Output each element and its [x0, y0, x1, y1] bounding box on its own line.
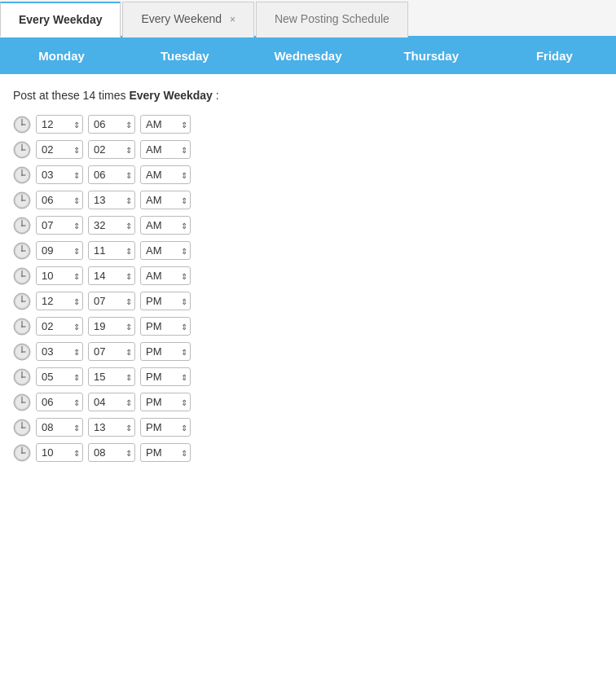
ampm-wrapper: AMPM	[140, 266, 191, 285]
minute-wrapper: 0001020304050607080910111213141516171819…	[88, 418, 135, 437]
ampm-select[interactable]: AMPM	[140, 216, 191, 235]
minute-select[interactable]: 0001020304050607080910111213141516171819…	[88, 165, 135, 184]
minute-select[interactable]: 0001020304050607080910111213141516171819…	[88, 266, 135, 285]
svg-point-9	[21, 148, 23, 150]
minute-select[interactable]: 0001020304050607080910111213141516171819…	[88, 342, 135, 361]
minute-wrapper: 0001020304050607080910111213141516171819…	[88, 367, 135, 386]
ampm-select[interactable]: AMPM	[140, 140, 191, 159]
clock-icon	[13, 444, 31, 462]
time-row: 0102030405060708091011120001020304050607…	[13, 367, 603, 386]
content-area: Post at these 14 times Every Weekday : 0…	[0, 74, 616, 478]
svg-point-54	[21, 376, 23, 377]
minute-wrapper: 0001020304050607080910111213141516171819…	[88, 393, 135, 411]
clock-icon	[13, 292, 31, 310]
clock-icon	[13, 217, 31, 235]
ampm-select[interactable]: AMPM	[140, 292, 191, 310]
minute-select[interactable]: 0001020304050607080910111213141516171819…	[88, 216, 135, 235]
time-row: 0102030405060708091011120001020304050607…	[13, 115, 603, 134]
tabs-container: Every Weekday Every Weekend × New Postin…	[0, 0, 616, 37]
svg-point-29	[21, 249, 23, 251]
minute-select[interactable]: 0001020304050607080910111213141516171819…	[88, 393, 135, 411]
ampm-select[interactable]: AMPM	[140, 418, 191, 437]
svg-point-19	[21, 199, 23, 200]
time-row: 0102030405060708091011120001020304050607…	[13, 292, 603, 310]
hour-select[interactable]: 010203040506070809101112	[36, 241, 83, 260]
ampm-wrapper: AMPM	[140, 216, 191, 235]
svg-point-64	[21, 426, 23, 428]
hour-select[interactable]: 010203040506070809101112	[36, 140, 83, 159]
ampm-select[interactable]: AMPM	[140, 342, 191, 361]
hour-wrapper: 010203040506070809101112	[36, 317, 83, 336]
ampm-wrapper: AMPM	[140, 393, 191, 411]
hour-select[interactable]: 010203040506070809101112	[36, 191, 83, 209]
day-wednesday[interactable]: Wednesday	[246, 37, 369, 74]
hour-wrapper: 010203040506070809101112	[36, 191, 83, 209]
minute-wrapper: 0001020304050607080910111213141516171819…	[88, 317, 135, 336]
clock-icon	[13, 116, 31, 134]
hour-select[interactable]: 010203040506070809101112	[36, 165, 83, 184]
minute-select[interactable]: 0001020304050607080910111213141516171819…	[88, 241, 135, 260]
time-row: 0102030405060708091011120001020304050607…	[13, 393, 603, 411]
hour-select[interactable]: 010203040506070809101112	[36, 266, 83, 285]
ampm-select[interactable]: AMPM	[140, 191, 191, 209]
hour-select[interactable]: 010203040506070809101112	[36, 367, 83, 386]
hour-wrapper: 010203040506070809101112	[36, 418, 83, 437]
hour-select[interactable]: 010203040506070809101112	[36, 317, 83, 336]
clock-icon	[13, 419, 31, 437]
tab-every-weekend[interactable]: Every Weekend ×	[122, 2, 253, 37]
minute-wrapper: 0001020304050607080910111213141516171819…	[88, 342, 135, 361]
tab-new-posting-schedule[interactable]: New Posting Schedule	[256, 2, 408, 37]
minute-select[interactable]: 0001020304050607080910111213141516171819…	[88, 191, 135, 209]
minute-select[interactable]: 0001020304050607080910111213141516171819…	[88, 317, 135, 336]
ampm-select[interactable]: AMPM	[140, 393, 191, 411]
hour-select[interactable]: 010203040506070809101112	[36, 115, 83, 134]
close-icon[interactable]: ×	[230, 14, 235, 25]
svg-point-69	[21, 451, 23, 453]
clock-icon	[13, 166, 31, 184]
hour-select[interactable]: 010203040506070809101112	[36, 418, 83, 437]
minute-select[interactable]: 0001020304050607080910111213141516171819…	[88, 115, 135, 134]
minute-select[interactable]: 0001020304050607080910111213141516171819…	[88, 418, 135, 437]
ampm-wrapper: AMPM	[140, 342, 191, 361]
ampm-wrapper: AMPM	[140, 292, 191, 310]
minute-select[interactable]: 0001020304050607080910111213141516171819…	[88, 443, 135, 462]
ampm-select[interactable]: AMPM	[140, 165, 191, 184]
minute-select[interactable]: 0001020304050607080910111213141516171819…	[88, 292, 135, 310]
time-row: 0102030405060708091011120001020304050607…	[13, 266, 603, 285]
day-friday[interactable]: Friday	[493, 37, 616, 74]
ampm-select[interactable]: AMPM	[140, 266, 191, 285]
ampm-select[interactable]: AMPM	[140, 317, 191, 336]
day-tuesday[interactable]: Tuesday	[123, 37, 246, 74]
svg-point-14	[21, 174, 23, 175]
day-monday[interactable]: Monday	[0, 37, 123, 74]
time-row: 0102030405060708091011120001020304050607…	[13, 216, 603, 235]
ampm-wrapper: AMPM	[140, 443, 191, 462]
clock-icon	[13, 343, 31, 361]
time-row: 0102030405060708091011120001020304050607…	[13, 191, 603, 209]
ampm-select[interactable]: AMPM	[140, 367, 191, 386]
day-thursday[interactable]: Thursday	[370, 37, 493, 74]
clock-icon	[13, 242, 31, 260]
hour-select[interactable]: 010203040506070809101112	[36, 216, 83, 235]
svg-point-4	[21, 123, 23, 125]
hour-select[interactable]: 010203040506070809101112	[36, 342, 83, 361]
hour-select[interactable]: 010203040506070809101112	[36, 292, 83, 310]
svg-point-49	[21, 350, 23, 352]
hour-wrapper: 010203040506070809101112	[36, 165, 83, 184]
ampm-select[interactable]: AMPM	[140, 443, 191, 462]
ampm-select[interactable]: AMPM	[140, 115, 191, 134]
svg-point-44	[21, 325, 23, 327]
ampm-select[interactable]: AMPM	[140, 241, 191, 260]
minute-wrapper: 0001020304050607080910111213141516171819…	[88, 140, 135, 159]
minute-wrapper: 0001020304050607080910111213141516171819…	[88, 266, 135, 285]
ampm-wrapper: AMPM	[140, 367, 191, 386]
hour-select[interactable]: 010203040506070809101112	[36, 443, 83, 462]
clock-icon	[13, 318, 31, 336]
tab-every-weekday[interactable]: Every Weekday	[0, 2, 121, 37]
hour-select[interactable]: 010203040506070809101112	[36, 393, 83, 411]
minute-select[interactable]: 0001020304050607080910111213141516171819…	[88, 140, 135, 159]
time-row: 0102030405060708091011120001020304050607…	[13, 342, 603, 361]
minute-wrapper: 0001020304050607080910111213141516171819…	[88, 191, 135, 209]
minute-select[interactable]: 0001020304050607080910111213141516171819…	[88, 367, 135, 386]
day-bar: Monday Tuesday Wednesday Thursday Friday	[0, 37, 616, 74]
